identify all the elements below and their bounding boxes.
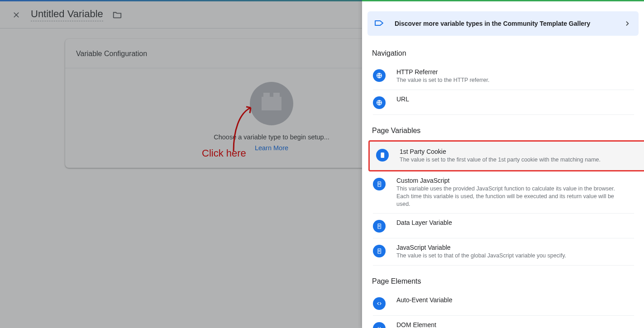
svg-rect-14 (378, 249, 381, 254)
panel-content: Navigation HTTP Referrer The value is se… (362, 36, 644, 328)
variable-type-desc: The value is set to the first value of t… (400, 156, 637, 164)
chevron-right-icon (623, 19, 632, 28)
variable-type-title: Auto-Event Variable (396, 296, 624, 304)
placeholder-icon (250, 82, 293, 125)
variable-type-panel: Discover more variable types in the Comm… (362, 0, 644, 328)
page-icon (373, 245, 386, 257)
annotation-text: Click here (202, 147, 246, 159)
code-icon (373, 297, 386, 310)
page-title[interactable]: Untitled Variable (31, 8, 103, 21)
variable-type-title: URL (396, 95, 624, 103)
section-heading-page-elements: Page Elements (372, 277, 644, 285)
variable-type-custom-javascript[interactable]: Custom JavaScript This variable uses the… (373, 171, 634, 214)
page-icon (373, 178, 386, 190)
banner-text: Discover more variable types in the Comm… (395, 20, 614, 27)
code-icon (373, 322, 386, 328)
panel-accent-line (362, 0, 644, 1)
brick-icon (262, 97, 281, 110)
page-icon (376, 149, 389, 162)
variable-type-desc: This variable uses the provided JavaScri… (396, 185, 624, 208)
variable-type-url[interactable]: URL (373, 90, 634, 115)
variable-type-auto-event-variable[interactable]: Auto-Event Variable (373, 291, 634, 316)
page-icon (373, 220, 386, 233)
close-icon[interactable] (11, 10, 22, 20)
variable-type-title: DOM Element (396, 321, 624, 328)
variable-type-desc: The value is set to the HTTP referrer. (396, 76, 624, 84)
variable-type-title: 1st Party Cookie (400, 148, 637, 155)
variable-type-desc: The value is set to that of the global J… (396, 252, 624, 260)
svg-rect-10 (378, 224, 381, 229)
globe-icon (373, 96, 386, 109)
learn-more-link[interactable]: Learn More (255, 144, 288, 152)
section-heading-navigation: Navigation (372, 49, 644, 57)
variable-type-title: Data Layer Variable (396, 219, 624, 226)
tag-icon (374, 18, 386, 29)
variable-type-javascript-variable[interactable]: JavaScript Variable The value is set to … (373, 238, 634, 266)
variable-type-dom-element[interactable]: DOM Element The value is set to the text… (373, 316, 634, 328)
folder-icon[interactable] (112, 10, 122, 20)
highlighted-variable-type: 1st Party Cookie The value is set to the… (368, 140, 644, 171)
variable-type-title: Custom JavaScript (396, 177, 624, 184)
variable-type-title: JavaScript Variable (396, 244, 624, 251)
section-heading-page-variables: Page Variables (372, 127, 644, 135)
variable-type-data-layer-variable[interactable]: Data Layer Variable (373, 214, 634, 238)
variable-type-1st-party-cookie[interactable]: 1st Party Cookie The value is set to the… (376, 143, 644, 169)
variable-type-title: HTTP Referrer (396, 68, 624, 76)
community-gallery-banner[interactable]: Discover more variable types in the Comm… (367, 11, 639, 36)
globe-icon (373, 69, 386, 82)
variable-type-http-referrer[interactable]: HTTP Referrer The value is set to the HT… (373, 63, 634, 90)
choose-type-text: Choose a variable type to begin setup... (214, 133, 329, 141)
svg-rect-6 (378, 182, 381, 187)
